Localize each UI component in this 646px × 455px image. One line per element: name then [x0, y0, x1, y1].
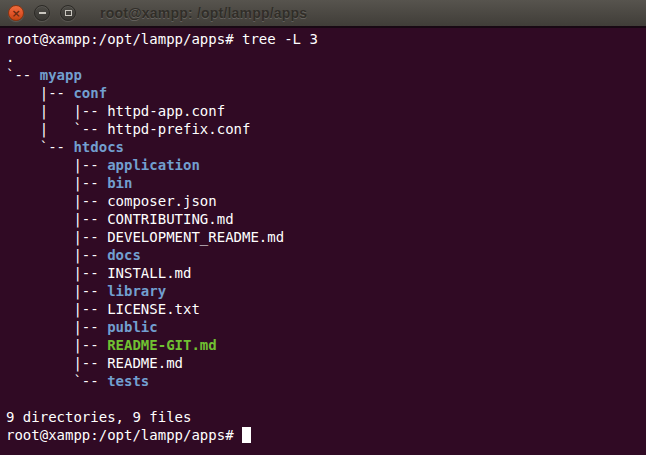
- terminal-text: |--: [6, 337, 107, 353]
- terminal-text: root@xampp:/opt/lampp/apps#: [6, 427, 242, 443]
- terminal-line: |-- DEVELOPMENT_README.md: [6, 228, 646, 246]
- window-close-button[interactable]: ×: [8, 5, 24, 21]
- terminal-line: |-- public: [6, 318, 646, 336]
- terminal-text: |-- INSTALL.md: [6, 265, 191, 281]
- terminal-text: `--: [6, 139, 73, 155]
- terminal-line: `-- htdocs: [6, 138, 646, 156]
- executable-file-name: README-GIT.md: [107, 337, 217, 353]
- terminal-text: |-- DEVELOPMENT_README.md: [6, 229, 284, 245]
- directory-name: public: [107, 319, 158, 335]
- terminal-line: |-- README-GIT.md: [6, 336, 646, 354]
- terminal-line: .: [6, 48, 646, 66]
- window-controls: ×: [8, 5, 76, 21]
- close-icon: ×: [11, 7, 20, 18]
- minimize-icon: [39, 12, 46, 14]
- terminal-line: |-- README.md: [6, 354, 646, 372]
- terminal-text: |-- README.md: [6, 355, 183, 371]
- terminal-line: `-- myapp: [6, 66, 646, 84]
- terminal-line: |-- LICENSE.txt: [6, 300, 646, 318]
- terminal-line: |-- INSTALL.md: [6, 264, 646, 282]
- terminal-output: root@xampp:/opt/lampp/apps# tree -L 3.`-…: [6, 30, 646, 444]
- terminal-line: |-- application: [6, 156, 646, 174]
- terminal-text: .: [6, 49, 14, 65]
- terminal-line: root@xampp:/opt/lampp/apps#: [6, 426, 646, 444]
- terminal-line: 9 directories, 9 files: [6, 408, 646, 426]
- terminal-window: × root@xampp: /opt/lampp/apps root@xampp…: [0, 0, 646, 455]
- directory-name: bin: [107, 175, 132, 191]
- terminal-line: |-- docs: [6, 246, 646, 264]
- terminal-cursor: [242, 427, 251, 443]
- directory-name: library: [107, 283, 166, 299]
- terminal-line: |-- composer.json: [6, 192, 646, 210]
- directory-name: htdocs: [73, 139, 124, 155]
- terminal-text: |--: [6, 157, 107, 173]
- directory-name: tests: [107, 373, 149, 389]
- terminal-screen[interactable]: root@xampp:/opt/lampp/apps# tree -L 3.`-…: [0, 28, 646, 455]
- terminal-line: `-- tests: [6, 372, 646, 390]
- directory-name: application: [107, 157, 200, 173]
- window-title: root@xampp: /opt/lampp/apps: [100, 0, 307, 26]
- terminal-text: |--: [6, 175, 107, 191]
- terminal-text: |-- LICENSE.txt: [6, 301, 200, 317]
- terminal-text: root@xampp:/opt/lampp/apps# tree -L 3: [6, 31, 318, 47]
- terminal-text: |--: [6, 247, 107, 263]
- terminal-text: |-- CONTRIBUTING.md: [6, 211, 234, 227]
- terminal-line: |-- library: [6, 282, 646, 300]
- window-minimize-button[interactable]: [34, 5, 50, 21]
- directory-name: conf: [73, 85, 107, 101]
- terminal-line: root@xampp:/opt/lampp/apps# tree -L 3: [6, 30, 646, 48]
- terminal-text: |--: [6, 85, 73, 101]
- terminal-line: |-- conf: [6, 84, 646, 102]
- window-maximize-button[interactable]: [60, 5, 76, 21]
- terminal-text: | |-- httpd-app.conf: [6, 103, 225, 119]
- window-titlebar[interactable]: × root@xampp: /opt/lampp/apps: [0, 0, 646, 28]
- terminal-line: |-- CONTRIBUTING.md: [6, 210, 646, 228]
- terminal-text: |-- composer.json: [6, 193, 217, 209]
- terminal-text: | `-- httpd-prefix.conf: [6, 121, 250, 137]
- terminal-text: |--: [6, 319, 107, 335]
- terminal-line: | `-- httpd-prefix.conf: [6, 120, 646, 138]
- terminal-text: `--: [6, 373, 107, 389]
- terminal-text: `--: [6, 67, 40, 83]
- terminal-line: [6, 390, 646, 408]
- terminal-line: | |-- httpd-app.conf: [6, 102, 646, 120]
- directory-name: myapp: [40, 67, 82, 83]
- terminal-line: |-- bin: [6, 174, 646, 192]
- maximize-icon: [65, 10, 72, 16]
- terminal-text: |--: [6, 283, 107, 299]
- terminal-text: 9 directories, 9 files: [6, 409, 191, 425]
- directory-name: docs: [107, 247, 141, 263]
